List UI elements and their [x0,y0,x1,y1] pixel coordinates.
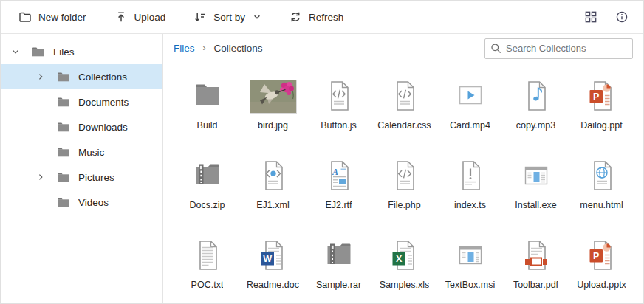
refresh-label: Refresh [309,12,343,23]
tree-item-videos[interactable]: Videos [1,190,162,215]
archive-icon [321,236,357,273]
file-item-label: copy.mp3 [516,120,555,131]
tree-item-collections[interactable]: Collections [1,64,162,89]
folder-small-icon [57,72,70,82]
toolbar-left-group: New folderUploadSort byRefresh [17,7,345,27]
file-item-label: Readme.doc [247,280,299,290]
folder-outline-icon [18,10,32,24]
file-item-sample-rar[interactable]: Sample.rar [306,232,371,303]
tree-item-label: Music [78,147,104,158]
code-icon [387,156,422,193]
file-item-build[interactable]: Build [174,73,240,146]
file-item-docs-zip[interactable]: Docs.zip [174,153,240,226]
chevron-expanded-icon[interactable] [10,46,21,58]
file-item-label: menu.html [580,200,623,210]
file-item-menu-html[interactable]: menu.html [569,153,634,226]
file-item-label: EJ1.xml [256,200,289,210]
powerpoint-icon: P [584,236,620,273]
tree-item-files[interactable]: Files [1,39,162,64]
file-grid: Buildbird.jpgButton.jsCalendar.cssCard.m… [163,63,643,303]
chevron-collapsed-icon[interactable] [35,71,47,83]
breadcrumb: Files›Collections [174,43,263,54]
svg-text:X: X [396,254,402,264]
breadcrumb-item-files[interactable]: Files [174,43,195,54]
chevron-collapsed-icon[interactable] [35,171,47,183]
file-item-button-js[interactable]: Button.js [306,73,371,146]
file-item-install-exe[interactable]: Install.exe [503,153,569,226]
chevron-placeholder [35,121,47,133]
new-folder-button[interactable]: New folder [17,7,88,27]
file-item-label: Card.mp4 [450,120,490,131]
sort-icon [193,10,207,24]
details-button[interactable] [611,6,633,28]
image-icon [250,77,297,114]
audio-icon [518,77,554,114]
file-item-label: Calendar.css [377,120,431,131]
file-item-dailog-ppt[interactable]: PDailog.ppt [569,73,634,146]
file-item-upload-pptx[interactable]: PUpload.pptx [569,232,634,303]
tree-item-label: Collections [78,72,127,83]
file-item-ej2-rtf[interactable]: AEJ2.rtf [306,153,371,226]
file-item-card-mp4[interactable]: Card.mp4 [437,73,503,146]
file-item-label: Install.exe [515,200,556,210]
search-box [484,38,633,59]
refresh-button[interactable]: Refresh [287,7,345,27]
file-item-label: Samples.xls [380,280,429,290]
upload-button[interactable]: Upload [113,7,168,27]
file-item-toolbar-pdf[interactable]: Toolbar.pdf [503,232,569,303]
file-item-file-php[interactable]: File.php [371,153,437,226]
grid-view-icon [584,10,597,24]
chevron-placeholder [35,196,47,208]
chevron-placeholder [35,96,47,108]
large-icons-view-button[interactable] [580,6,602,28]
executable-icon [453,236,488,273]
chevron-placeholder [35,146,47,158]
file-item-poc-txt[interactable]: POC.txt [174,232,240,303]
chevron-down-icon [253,13,261,21]
file-item-calendar-css[interactable]: Calendar.css [371,73,437,146]
folder-small-icon [32,46,45,57]
upload-label: Upload [134,12,166,23]
folder-small-icon [57,147,70,157]
file-item-label: Dailog.ppt [580,120,622,131]
tree-item-label: Documents [78,97,129,108]
folder-icon [190,77,225,114]
html-icon [584,156,620,193]
svg-text:W: W [263,254,272,264]
file-item-textbox-msi[interactable]: TextBox.msi [437,232,503,303]
sort-by-button[interactable]: Sort by [192,7,262,27]
new-folder-label: New folder [38,12,86,23]
file-item-samples-xls[interactable]: XSamples.xls [371,232,437,303]
tree-item-label: Downloads [78,122,128,133]
video-icon [453,77,488,114]
folder-small-icon [57,197,70,207]
file-item-label: File.php [388,200,420,210]
file-item-index-ts[interactable]: index.ts [437,153,503,226]
tree-item-downloads[interactable]: Downloads [1,114,162,139]
excel-icon: X [387,236,422,273]
refresh-icon [289,10,302,24]
code-icon [387,77,422,114]
file-item-bird-jpg[interactable]: bird.jpg [240,73,306,146]
file-item-label: Upload.pptx [577,280,626,290]
file-manager-body: FilesCollectionsDocumentsDownloadsMusicP… [1,34,643,303]
richtext-icon: A [321,156,357,193]
tree-item-label: Files [53,46,75,58]
search-input[interactable] [506,43,627,54]
tree-item-pictures[interactable]: Pictures [1,165,162,190]
folder-small-icon [57,122,70,132]
file-item-label: Build [197,120,218,131]
typescript-icon [453,156,488,193]
file-item-ej1-xml[interactable]: EJ1.xml [240,153,306,226]
file-item-copy-mp3[interactable]: copy.mp3 [503,73,569,146]
file-manager-window: New folderUploadSort byRefresh FilesColl… [0,0,644,304]
tree-item-music[interactable]: Music [1,139,162,165]
executable-icon [518,156,554,193]
file-item-readme-doc[interactable]: WReadme.doc [240,232,306,303]
file-item-label: index.ts [454,200,486,210]
sort-by-label: Sort by [213,12,245,23]
tree-item-documents[interactable]: Documents [1,89,162,114]
folder-small-icon [57,172,70,182]
info-icon [615,10,628,24]
svg-text:P: P [593,251,599,261]
